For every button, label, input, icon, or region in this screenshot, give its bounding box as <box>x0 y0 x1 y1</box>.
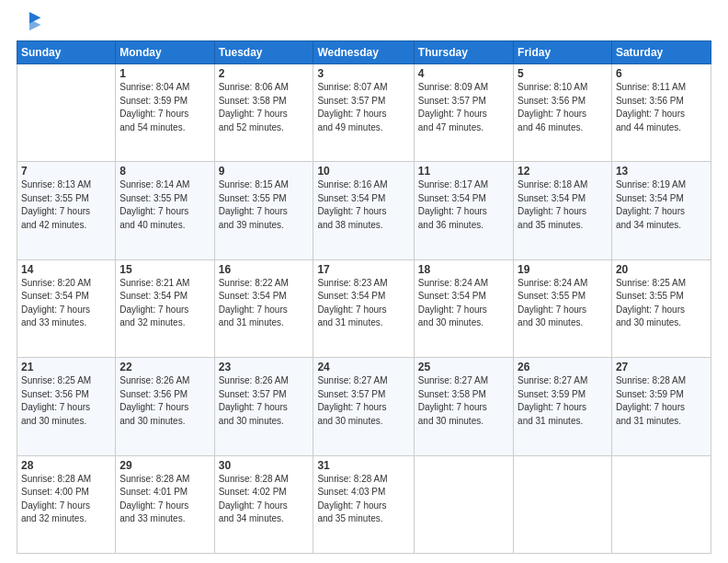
day-number: 16 <box>219 263 310 276</box>
page: SundayMondayTuesdayWednesdayThursdayFrid… <box>0 0 728 563</box>
header <box>17 9 711 35</box>
day-number: 12 <box>518 165 608 178</box>
day-info: Sunrise: 8:27 AM Sunset: 3:59 PM Dayligh… <box>518 374 608 428</box>
day-cell: 30Sunrise: 8:28 AM Sunset: 4:02 PM Dayli… <box>214 455 313 553</box>
day-cell: 18Sunrise: 8:24 AM Sunset: 3:54 PM Dayli… <box>414 259 513 357</box>
day-cell: 12Sunrise: 8:18 AM Sunset: 3:54 PM Dayli… <box>514 162 612 259</box>
day-cell: 27Sunrise: 8:28 AM Sunset: 3:59 PM Dayli… <box>611 358 711 455</box>
day-number: 25 <box>418 361 509 373</box>
col-header-monday: Monday <box>116 41 214 64</box>
day-number: 8 <box>119 165 210 178</box>
day-number: 23 <box>219 361 310 373</box>
day-cell: 21Sunrise: 8:25 AM Sunset: 3:56 PM Dayli… <box>17 358 116 455</box>
day-number: 24 <box>317 361 409 373</box>
day-info: Sunrise: 8:07 AM Sunset: 3:57 PM Dayligh… <box>317 81 409 134</box>
day-cell: 14Sunrise: 8:20 AM Sunset: 3:54 PM Dayli… <box>17 259 116 357</box>
day-info: Sunrise: 8:28 AM Sunset: 4:02 PM Dayligh… <box>219 473 310 526</box>
day-cell <box>611 455 711 553</box>
day-cell: 11Sunrise: 8:17 AM Sunset: 3:54 PM Dayli… <box>414 162 513 259</box>
day-cell: 8Sunrise: 8:14 AM Sunset: 3:55 PM Daylig… <box>116 162 214 259</box>
day-number: 21 <box>21 361 111 373</box>
day-number: 6 <box>616 67 707 80</box>
day-number: 19 <box>518 263 608 276</box>
day-info: Sunrise: 8:28 AM Sunset: 3:59 PM Dayligh… <box>616 374 707 428</box>
day-info: Sunrise: 8:21 AM Sunset: 3:54 PM Dayligh… <box>119 277 210 330</box>
day-info: Sunrise: 8:27 AM Sunset: 3:57 PM Dayligh… <box>317 374 409 428</box>
col-header-tuesday: Tuesday <box>214 41 313 64</box>
logo-icon <box>17 9 42 35</box>
day-number: 11 <box>418 165 509 178</box>
header-row: SundayMondayTuesdayWednesdayThursdayFrid… <box>17 41 711 64</box>
day-number: 27 <box>616 361 707 373</box>
day-info: Sunrise: 8:24 AM Sunset: 3:54 PM Dayligh… <box>418 277 509 330</box>
day-cell: 1Sunrise: 8:04 AM Sunset: 3:59 PM Daylig… <box>116 64 214 162</box>
day-info: Sunrise: 8:16 AM Sunset: 3:54 PM Dayligh… <box>317 178 409 232</box>
col-header-saturday: Saturday <box>611 41 711 64</box>
day-info: Sunrise: 8:04 AM Sunset: 3:59 PM Dayligh… <box>119 81 210 134</box>
calendar-table: SundayMondayTuesdayWednesdayThursdayFrid… <box>17 40 711 554</box>
day-info: Sunrise: 8:20 AM Sunset: 3:54 PM Dayligh… <box>21 277 111 330</box>
day-cell: 6Sunrise: 8:11 AM Sunset: 3:56 PM Daylig… <box>611 64 711 162</box>
week-row-4: 21Sunrise: 8:25 AM Sunset: 3:56 PM Dayli… <box>17 358 711 455</box>
day-number: 13 <box>616 165 707 178</box>
col-header-thursday: Thursday <box>414 41 513 64</box>
day-number: 10 <box>317 165 409 178</box>
day-cell: 25Sunrise: 8:27 AM Sunset: 3:58 PM Dayli… <box>414 358 513 455</box>
day-info: Sunrise: 8:23 AM Sunset: 3:54 PM Dayligh… <box>317 277 409 330</box>
day-number: 18 <box>418 263 509 276</box>
day-cell: 24Sunrise: 8:27 AM Sunset: 3:57 PM Dayli… <box>313 358 414 455</box>
day-cell: 13Sunrise: 8:19 AM Sunset: 3:54 PM Dayli… <box>611 162 711 259</box>
col-header-wednesday: Wednesday <box>313 41 414 64</box>
week-row-1: 1Sunrise: 8:04 AM Sunset: 3:59 PM Daylig… <box>17 64 711 162</box>
day-number: 28 <box>21 459 111 472</box>
day-cell: 10Sunrise: 8:16 AM Sunset: 3:54 PM Dayli… <box>313 162 414 259</box>
day-cell: 7Sunrise: 8:13 AM Sunset: 3:55 PM Daylig… <box>17 162 116 259</box>
day-cell: 20Sunrise: 8:25 AM Sunset: 3:55 PM Dayli… <box>611 259 711 357</box>
day-cell: 29Sunrise: 8:28 AM Sunset: 4:01 PM Dayli… <box>116 455 214 553</box>
day-cell: 15Sunrise: 8:21 AM Sunset: 3:54 PM Dayli… <box>116 259 214 357</box>
week-row-2: 7Sunrise: 8:13 AM Sunset: 3:55 PM Daylig… <box>17 162 711 259</box>
day-info: Sunrise: 8:25 AM Sunset: 3:56 PM Dayligh… <box>21 374 111 428</box>
day-info: Sunrise: 8:09 AM Sunset: 3:57 PM Dayligh… <box>418 81 509 134</box>
day-number: 3 <box>317 67 409 80</box>
col-header-sunday: Sunday <box>17 41 116 64</box>
day-cell: 5Sunrise: 8:10 AM Sunset: 3:56 PM Daylig… <box>514 64 612 162</box>
day-number: 22 <box>119 361 210 373</box>
day-cell: 2Sunrise: 8:06 AM Sunset: 3:58 PM Daylig… <box>214 64 313 162</box>
day-cell <box>514 455 612 553</box>
day-info: Sunrise: 8:06 AM Sunset: 3:58 PM Dayligh… <box>219 81 310 134</box>
day-number: 7 <box>21 165 111 178</box>
day-cell: 16Sunrise: 8:22 AM Sunset: 3:54 PM Dayli… <box>214 259 313 357</box>
day-info: Sunrise: 8:25 AM Sunset: 3:55 PM Dayligh… <box>616 277 707 330</box>
day-info: Sunrise: 8:22 AM Sunset: 3:54 PM Dayligh… <box>219 277 310 330</box>
day-cell: 9Sunrise: 8:15 AM Sunset: 3:55 PM Daylig… <box>214 162 313 259</box>
col-header-friday: Friday <box>514 41 612 64</box>
day-number: 15 <box>119 263 210 276</box>
day-cell: 19Sunrise: 8:24 AM Sunset: 3:55 PM Dayli… <box>514 259 612 357</box>
day-number: 14 <box>21 263 111 276</box>
day-info: Sunrise: 8:26 AM Sunset: 3:57 PM Dayligh… <box>219 374 310 428</box>
day-info: Sunrise: 8:26 AM Sunset: 3:56 PM Dayligh… <box>119 374 210 428</box>
day-info: Sunrise: 8:27 AM Sunset: 3:58 PM Dayligh… <box>418 374 509 428</box>
day-info: Sunrise: 8:17 AM Sunset: 3:54 PM Dayligh… <box>418 178 509 232</box>
day-info: Sunrise: 8:28 AM Sunset: 4:01 PM Dayligh… <box>119 473 210 526</box>
day-info: Sunrise: 8:15 AM Sunset: 3:55 PM Dayligh… <box>219 178 310 232</box>
day-cell: 3Sunrise: 8:07 AM Sunset: 3:57 PM Daylig… <box>313 64 414 162</box>
day-info: Sunrise: 8:19 AM Sunset: 3:54 PM Dayligh… <box>616 178 707 232</box>
day-number: 30 <box>219 459 310 472</box>
week-row-3: 14Sunrise: 8:20 AM Sunset: 3:54 PM Dayli… <box>17 259 711 357</box>
day-cell: 31Sunrise: 8:28 AM Sunset: 4:03 PM Dayli… <box>313 455 414 553</box>
day-number: 26 <box>518 361 608 373</box>
day-cell <box>17 64 116 162</box>
day-cell: 22Sunrise: 8:26 AM Sunset: 3:56 PM Dayli… <box>116 358 214 455</box>
day-number: 9 <box>219 165 310 178</box>
day-cell: 23Sunrise: 8:26 AM Sunset: 3:57 PM Dayli… <box>214 358 313 455</box>
day-info: Sunrise: 8:28 AM Sunset: 4:03 PM Dayligh… <box>317 473 409 526</box>
day-number: 4 <box>418 67 509 80</box>
day-number: 2 <box>219 67 310 80</box>
day-number: 1 <box>119 67 210 80</box>
day-cell: 26Sunrise: 8:27 AM Sunset: 3:59 PM Dayli… <box>514 358 612 455</box>
day-number: 20 <box>616 263 707 276</box>
day-number: 17 <box>317 263 409 276</box>
day-info: Sunrise: 8:10 AM Sunset: 3:56 PM Dayligh… <box>518 81 608 134</box>
